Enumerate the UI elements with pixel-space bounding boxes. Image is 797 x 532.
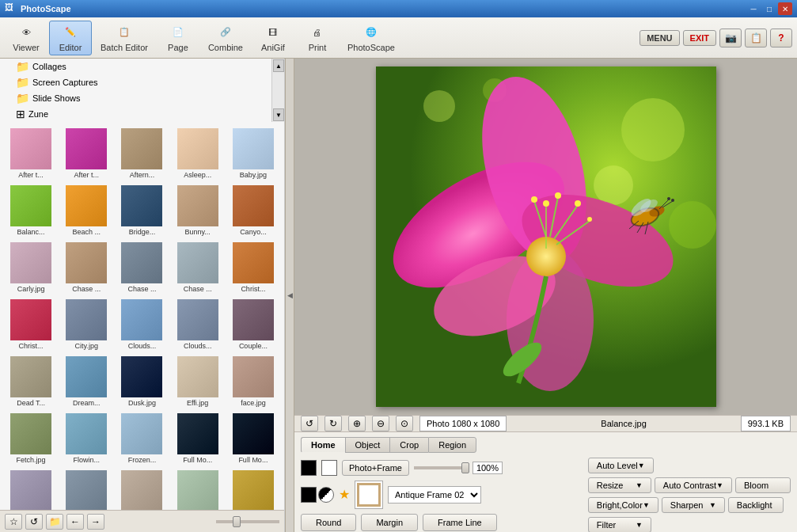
- thumbnail-item[interactable]: face.jpg: [226, 353, 281, 410]
- toolbar-batch[interactable]: 📋 Batch Editor: [93, 21, 155, 55]
- thumbnail-item[interactable]: Fetch.jpg: [3, 410, 59, 467]
- close-button[interactable]: ✕: [778, 2, 792, 15]
- thumbnail-item[interactable]: Bridge...: [114, 182, 169, 239]
- foreground-color-swatch[interactable]: [301, 460, 317, 476]
- thumbnail-item[interactable]: City.jpg: [59, 296, 114, 353]
- thumbnail-item[interactable]: Full Mo...: [226, 410, 281, 467]
- thumbnail-item[interactable]: Beach ...: [59, 182, 114, 239]
- toolbar-page[interactable]: 📄 Page: [157, 21, 199, 55]
- thumbnail-item[interactable]: Harves...: [226, 467, 281, 510]
- thumbnail-item[interactable]: Christ...: [226, 239, 281, 296]
- thumbnail-item[interactable]: Dream...: [59, 353, 114, 410]
- margin-button[interactable]: Margin: [361, 514, 418, 531]
- thumbnail-item[interactable]: Carly.jpg: [3, 239, 59, 296]
- background-color-swatch[interactable]: [321, 460, 337, 476]
- folder-scrollbar[interactable]: ▲ ▼: [271, 59, 284, 122]
- thumbnail-item[interactable]: Baby.jpg: [226, 125, 281, 182]
- photo-frame-button[interactable]: Photo+Frame: [342, 460, 409, 476]
- opacity-slider[interactable]: [414, 466, 469, 469]
- svg-point-2: [594, 165, 633, 205]
- thumbnail-item[interactable]: After t...: [59, 125, 114, 182]
- thumbnail-item[interactable]: Bunny...: [170, 182, 226, 239]
- opacity-value[interactable]: 100%: [473, 462, 503, 474]
- thumbnail-item[interactable]: Chase ...: [114, 239, 169, 296]
- thumbnail-item[interactable]: Clouds...: [114, 296, 169, 353]
- zoom-out-nav-button[interactable]: ⊖: [372, 416, 389, 431]
- thumbnail-grid: After t...After t...Aftern...Asleep...Ba…: [0, 122, 284, 510]
- thumbnail-item[interactable]: Effi.jpg: [170, 353, 226, 410]
- folder-screen-captures[interactable]: 📁 Screen Captures: [0, 74, 271, 90]
- paint-tool-button[interactable]: [301, 487, 317, 503]
- favorite-star[interactable]: ★: [339, 487, 350, 502]
- copy-button[interactable]: 📋: [745, 28, 767, 48]
- tab-region[interactable]: Region: [428, 437, 476, 453]
- thumbnail-item[interactable]: Dead T...: [3, 353, 59, 410]
- thumbnail-item[interactable]: Flowin...: [59, 410, 114, 467]
- thumbnail-item[interactable]: Clouds...: [170, 296, 226, 353]
- star-button[interactable]: ☆: [5, 514, 22, 530]
- redo-button[interactable]: ↻: [324, 416, 342, 431]
- exit-button[interactable]: EXIT: [683, 30, 716, 46]
- thumbnail-item[interactable]: Full Mo...: [170, 410, 226, 467]
- minimize-button[interactable]: ─: [746, 2, 761, 15]
- help-button[interactable]: ?: [770, 28, 792, 48]
- menu-button[interactable]: MENU: [639, 30, 679, 46]
- file-size: 993.1 KB: [741, 416, 791, 431]
- back-button[interactable]: ←: [66, 514, 84, 530]
- thumbnail-item[interactable]: Happy ...: [59, 467, 114, 510]
- toolbar-editor[interactable]: ✏️ Editor: [49, 21, 92, 55]
- editor-tabs: Home Object Crop Region: [301, 437, 791, 453]
- thumbnail-item[interactable]: Happy...: [170, 467, 226, 510]
- folder-open-button[interactable]: 📁: [46, 514, 63, 530]
- toolbar-anigif[interactable]: 🎞 AniGif: [252, 21, 294, 55]
- auto-level-button[interactable]: Auto Level ▼: [588, 458, 654, 473]
- undo-button[interactable]: ↺: [301, 416, 318, 431]
- refresh-button[interactable]: ↺: [25, 514, 43, 530]
- thumbnail-item[interactable]: Balanc...: [3, 182, 59, 239]
- forward-button[interactable]: →: [87, 514, 104, 530]
- toolbar-combine[interactable]: 🔗 Combine: [201, 21, 250, 55]
- thumbnail-item[interactable]: Gizmo...: [3, 467, 59, 510]
- folder-collages[interactable]: 📁 Collages: [0, 59, 271, 74]
- folder-icon: ⊞: [16, 108, 25, 120]
- bloom-button[interactable]: Bloom: [735, 477, 791, 493]
- filter-button[interactable]: Filter ▼: [588, 517, 651, 532]
- thumbnail-item[interactable]: Couple...: [226, 296, 281, 353]
- svg-point-1: [621, 98, 685, 162]
- zoom-in-nav-button[interactable]: ⊕: [348, 416, 366, 431]
- thumbnail-item[interactable]: Asleep...: [170, 125, 226, 182]
- folder-slide-shows[interactable]: 📁 Slide Shows: [0, 90, 271, 106]
- thumbnail-item[interactable]: After t...: [3, 125, 59, 182]
- fit-button[interactable]: ⊙: [396, 416, 413, 431]
- screenshot-button[interactable]: 📷: [719, 28, 742, 48]
- frame-selector[interactable]: Antique Frame 02 Antique Frame 01 Modern…: [388, 486, 481, 504]
- round-button[interactable]: Round: [301, 514, 356, 531]
- thumbnail-item[interactable]: Chase ...: [170, 239, 226, 296]
- backlight-button[interactable]: Backlight: [728, 497, 784, 513]
- thumbnail-item[interactable]: Canyo...: [226, 182, 281, 239]
- resize-button[interactable]: Resize ▼: [588, 477, 651, 493]
- folder-zune[interactable]: ⊞ Zune: [0, 106, 271, 122]
- sharpen-button[interactable]: Sharpen ▼: [662, 497, 725, 513]
- tab-crop[interactable]: Crop: [389, 437, 428, 453]
- tab-home[interactable]: Home: [301, 437, 345, 453]
- thumbnail-item[interactable]: Dusk.jpg: [114, 353, 169, 410]
- eraser-tool-button[interactable]: [318, 487, 334, 503]
- thumbnail-item[interactable]: Frozen...: [114, 410, 169, 467]
- thumbnail-grid-container[interactable]: After t...After t...Aftern...Asleep...Ba…: [0, 122, 284, 510]
- maximize-button[interactable]: □: [762, 2, 776, 15]
- toolbar-photoscape[interactable]: 🌐 PhotoScape: [340, 21, 402, 55]
- thumbnail-item[interactable]: Christ...: [3, 296, 59, 353]
- thumbnail-item[interactable]: Chase ...: [59, 239, 114, 296]
- app-icon: 🖼: [5, 2, 17, 15]
- tab-object[interactable]: Object: [345, 437, 390, 453]
- toolbar-print[interactable]: 🖨 Print: [296, 21, 339, 55]
- panel-divider[interactable]: ◀: [285, 59, 294, 532]
- zoom-slider[interactable]: [216, 520, 279, 523]
- toolbar-viewer[interactable]: 👁 Viewer: [5, 21, 47, 55]
- thumbnail-item[interactable]: Aftern...: [114, 125, 169, 182]
- thumbnail-item[interactable]: Happy ...: [114, 467, 169, 510]
- frame-line-button[interactable]: Frame Line: [423, 514, 497, 531]
- auto-contrast-button[interactable]: Auto Contrast ▼: [655, 477, 732, 493]
- bright-color-button[interactable]: Bright,Color ▼: [588, 497, 658, 513]
